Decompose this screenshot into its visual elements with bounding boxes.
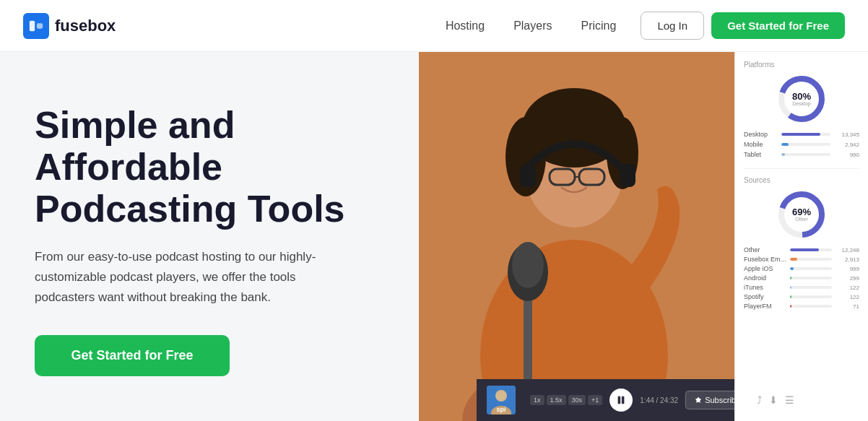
hero-left: Simple and Affordable Podcasting Tools F… xyxy=(0,52,433,421)
stat-row-spotify: Spotify 122 xyxy=(744,293,859,300)
player-actions: ⤴ ⬇ ☰ xyxy=(757,394,794,406)
nav-links: Hosting Players Pricing xyxy=(433,14,630,38)
login-button[interactable]: Log In xyxy=(641,12,704,40)
nav-link-pricing[interactable]: Pricing xyxy=(568,14,630,38)
stat-row-fusebox: Fusebox Embed Player 2,913 xyxy=(744,256,859,263)
svg-rect-0 xyxy=(30,20,35,31)
list-icon[interactable]: ☰ xyxy=(785,394,794,406)
svg-text:spi: spi xyxy=(496,406,505,413)
share-icon[interactable]: ⤴ xyxy=(757,394,762,406)
subscribe-button[interactable]: Subscribe xyxy=(685,391,750,409)
svg-rect-14 xyxy=(620,164,635,187)
stat-row-other: Other 12,248 xyxy=(744,246,859,253)
podcast-player-bar: spi SPI 437: Life After Being a High-Per… xyxy=(477,379,734,421)
nav-cta-button[interactable]: Get Started for Free xyxy=(711,12,845,39)
svg-rect-27 xyxy=(622,396,625,404)
logo-icon xyxy=(23,13,49,39)
donut1-sub: Desktop xyxy=(792,101,811,106)
hero-photo xyxy=(419,52,737,421)
stat-row-tablet: Tablet 990 xyxy=(744,151,859,158)
hero-right: Platforms 80% Desktop xyxy=(419,52,868,421)
platforms-label: Platforms xyxy=(744,61,859,69)
player-speed-buttons: 1x 1.5x 30s +1 xyxy=(530,395,602,405)
speed-plus1[interactable]: +1 xyxy=(588,395,602,405)
stat-row-playerfm: PlayerFM 71 xyxy=(744,303,859,310)
stat-row-desktop: Desktop 13,345 xyxy=(744,131,859,138)
stat-row-mobile: Mobile 2,942 xyxy=(744,141,859,148)
donut-platforms: 80% Desktop xyxy=(776,73,828,125)
svg-point-17 xyxy=(512,242,544,288)
svg-rect-1 xyxy=(37,23,43,28)
player-timestamp: 1:44 / 24:32 xyxy=(640,396,678,404)
speed-1x[interactable]: 1x xyxy=(530,395,544,405)
navbar: fusebox Hosting Players Pricing Log In G… xyxy=(0,0,868,52)
sources-label: Sources xyxy=(744,176,859,184)
speed-15x[interactable]: 1.5x xyxy=(547,395,566,405)
speed-30s[interactable]: 30s xyxy=(568,395,586,405)
svg-rect-26 xyxy=(618,396,621,404)
analytics-panel: Platforms 80% Desktop xyxy=(734,52,868,421)
stat-row-apple: Apple iOS 999 xyxy=(744,265,859,272)
analytics-sources-section: Sources 69% Other xyxy=(744,176,859,310)
donut1-pct: 80% xyxy=(792,92,811,101)
stat-row-android: Android 299 xyxy=(744,274,859,282)
logo[interactable]: fusebox xyxy=(23,13,116,39)
donut-sources: 69% Other xyxy=(776,188,828,240)
hero-section: Simple and Affordable Podcasting Tools F… xyxy=(0,52,868,421)
hero-subtitle: From our easy-to-use podcast hosting to … xyxy=(35,247,356,308)
donut2-pct: 69% xyxy=(792,207,811,217)
play-pause-button[interactable] xyxy=(609,389,633,412)
analytics-platforms-section: Platforms 80% Desktop xyxy=(744,61,859,158)
hero-cta-button[interactable]: Get Started for Free xyxy=(35,335,230,376)
svg-point-23 xyxy=(495,390,507,402)
svg-rect-13 xyxy=(520,164,536,187)
player-avatar: spi xyxy=(487,386,516,415)
nav-link-hosting[interactable]: Hosting xyxy=(433,14,498,38)
donut2-sub: Other xyxy=(792,217,811,222)
download-icon[interactable]: ⬇ xyxy=(769,394,778,406)
hero-title: Simple and Affordable Podcasting Tools xyxy=(35,104,399,230)
stat-row-itunes: iTunes 122 xyxy=(744,284,859,291)
nav-link-players[interactable]: Players xyxy=(500,14,565,38)
logo-text: fusebox xyxy=(55,17,116,35)
